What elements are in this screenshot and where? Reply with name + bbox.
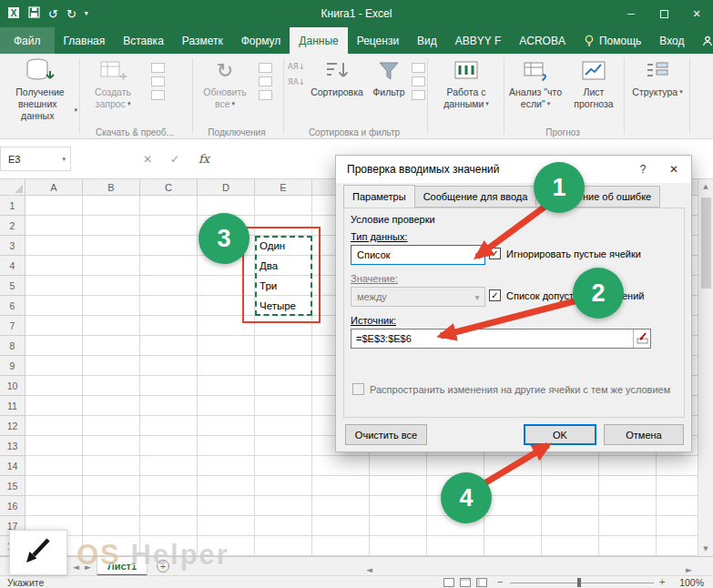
tab-file[interactable]: Файл: [0, 27, 55, 54]
show-queries-icon[interactable]: [151, 63, 165, 73]
page-break-view-button[interactable]: [476, 578, 487, 587]
connections-icon[interactable]: [259, 63, 272, 73]
tab-page-layout[interactable]: Разметк: [173, 27, 232, 54]
get-external-data-button[interactable]: Получение внешних данных▾: [3, 57, 77, 122]
what-if-analysis-button[interactable]: Анализ "что если"▾: [506, 57, 565, 110]
new-query-button[interactable]: Создать запрос▾: [84, 57, 142, 110]
edit-links-icon[interactable]: [259, 90, 272, 100]
tab-formulas[interactable]: Формул: [232, 27, 290, 54]
save-button[interactable]: [28, 6, 40, 21]
tab-home[interactable]: Главная: [55, 27, 115, 54]
tab-view[interactable]: Вид: [408, 27, 446, 54]
tab-acrobat[interactable]: ACROBA: [510, 27, 575, 54]
from-table-icon[interactable]: [151, 76, 165, 86]
dialog-title: Проверка вводимых значений: [336, 163, 500, 176]
row-header-5[interactable]: 5: [0, 276, 25, 296]
title-bar: X ↺ ↻ ▾ Книга1 - Excel ─ ✕: [0, 0, 713, 27]
in-cell-dropdown-checkbox[interactable]: ✓: [489, 289, 501, 301]
row-header-14[interactable]: 14: [0, 456, 25, 476]
properties-icon[interactable]: [259, 76, 272, 86]
row-header-15[interactable]: 15: [0, 476, 25, 496]
tab-sign-in[interactable]: Вход: [650, 27, 693, 54]
refresh-all-button[interactable]: ↻ Обновить все▾: [197, 57, 253, 110]
column-header-A[interactable]: A: [25, 179, 83, 196]
sort-ascending-icon[interactable]: АЯ↓: [288, 63, 305, 71]
page-layout-view-button[interactable]: [460, 578, 471, 587]
filter-label: Фильтр: [372, 86, 404, 98]
row-header-1[interactable]: 1: [0, 196, 25, 216]
zoom-out-button[interactable]: −: [497, 576, 503, 587]
clear-filter-icon[interactable]: [412, 63, 425, 73]
normal-view-button[interactable]: [443, 578, 454, 587]
close-button[interactable]: ✕: [680, 0, 713, 27]
customize-qat-button[interactable]: ▾: [85, 10, 88, 17]
row-header-10[interactable]: 10: [0, 376, 25, 396]
ok-button[interactable]: OK: [524, 424, 596, 445]
row-header-13[interactable]: 13: [0, 436, 25, 456]
advanced-filter-icon[interactable]: [412, 90, 425, 100]
scroll-down-icon[interactable]: ▼: [698, 542, 713, 556]
name-box-dropdown-icon[interactable]: ▾: [62, 156, 66, 163]
horizontal-scrollbar[interactable]: ◄ ►: [364, 560, 694, 573]
recent-sources-icon[interactable]: [151, 90, 165, 100]
ignore-blank-label[interactable]: Игнорировать пустые ячейки: [506, 248, 641, 259]
row-header-12[interactable]: 12: [0, 416, 25, 436]
row-header-2[interactable]: 2: [0, 216, 25, 236]
enter-formula-button[interactable]: ✓: [164, 147, 186, 171]
sort-descending-icon[interactable]: ЯА↓: [288, 78, 305, 86]
ignore-blank-checkbox[interactable]: ✓: [489, 248, 501, 259]
name-box[interactable]: E3 ▾: [0, 147, 71, 171]
filter-button[interactable]: Фильтр: [368, 57, 410, 98]
data-type-dropdown[interactable]: Список ▼: [351, 245, 485, 265]
minimize-button[interactable]: ─: [615, 0, 647, 27]
vertical-scrollbar[interactable]: ▲ ▼: [698, 179, 713, 556]
row-header-16[interactable]: 16: [0, 496, 25, 516]
zoom-slider-thumb[interactable]: [577, 578, 581, 587]
reapply-filter-icon[interactable]: [412, 76, 425, 86]
dropdown-arrow-icon: ▾: [74, 106, 77, 115]
source-input[interactable]: =$E$3:$E$6: [351, 329, 651, 349]
zoom-slider[interactable]: [510, 583, 654, 583]
vertical-scrollbar-thumb[interactable]: [701, 198, 711, 289]
row-header-9[interactable]: 9: [0, 356, 25, 376]
row-header-6[interactable]: 6: [0, 296, 25, 316]
tab-help[interactable]: Помощь: [575, 27, 650, 54]
maximize-button[interactable]: [647, 0, 680, 27]
data-tools-button[interactable]: Работа с данными▾: [430, 57, 503, 110]
tab-share[interactable]: Общий доступ: [693, 27, 713, 54]
select-all-corner[interactable]: [0, 179, 25, 196]
tab-data[interactable]: Данные: [290, 27, 347, 54]
sort-button[interactable]: Сортировка: [308, 57, 366, 98]
dialog-tab-input-message[interactable]: Сообщение для ввода: [414, 186, 537, 208]
scroll-up-icon[interactable]: ▲: [698, 179, 713, 194]
zoom-in-button[interactable]: +: [659, 576, 665, 587]
dialog-tab-settings[interactable]: Параметры: [343, 185, 415, 208]
forecast-sheet-button[interactable]: Лист прогноза: [566, 57, 621, 110]
tab-review[interactable]: Рецензи: [348, 27, 408, 54]
dialog-close-button[interactable]: ✕: [658, 156, 689, 183]
column-header-B[interactable]: B: [83, 179, 140, 196]
collapse-dialog-button[interactable]: [633, 329, 650, 348]
insert-function-button[interactable]: fx: [193, 147, 215, 171]
row-header-3[interactable]: 3: [0, 236, 25, 256]
redo-button[interactable]: ↻: [66, 8, 76, 20]
clear-all-button[interactable]: Очистить все: [345, 424, 427, 445]
dialog-help-button[interactable]: ?: [627, 156, 658, 183]
dropdown-arrow-icon: ▾: [232, 100, 236, 108]
tab-insert[interactable]: Вставка: [114, 27, 173, 54]
zoom-level[interactable]: 100%: [679, 577, 704, 588]
column-header-E[interactable]: E: [255, 179, 312, 196]
column-header-D[interactable]: D: [198, 179, 255, 196]
tab-abbyy[interactable]: ABBYY F: [446, 27, 510, 54]
column-header-C[interactable]: C: [140, 179, 198, 196]
excel-app-icon[interactable]: X: [7, 6, 20, 22]
combo-arrow-icon[interactable]: ▼: [470, 246, 484, 264]
row-header-4[interactable]: 4: [0, 256, 25, 276]
row-header-8[interactable]: 8: [0, 336, 25, 356]
dialog-cancel-button[interactable]: Отмена: [604, 424, 684, 445]
undo-button[interactable]: ↺: [48, 8, 58, 20]
cancel-formula-button[interactable]: ✕: [137, 147, 158, 171]
outline-button[interactable]: Структура▾: [626, 57, 688, 98]
row-header-11[interactable]: 11: [0, 396, 25, 416]
row-header-7[interactable]: 7: [0, 316, 25, 336]
